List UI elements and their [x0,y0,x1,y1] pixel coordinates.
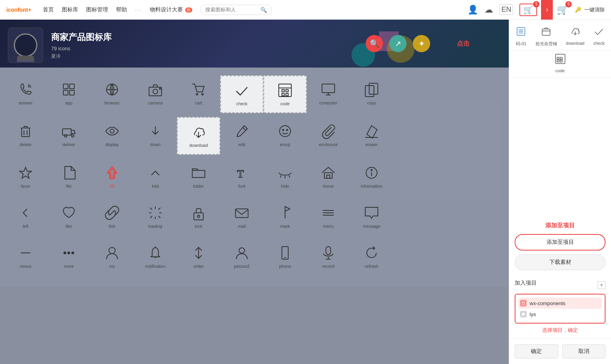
icon-fill[interactable]: fill [90,159,134,195]
icon-my[interactable]: my [90,239,134,275]
add-to-project-button[interactable]: 添加至项目 [515,234,605,251]
nav-icon-manage[interactable]: 图标管理 [86,6,108,13]
svg-point-67 [109,247,115,254]
svg-point-34 [283,130,284,131]
icon-refresh-label: refresh [365,264,378,269]
icon-app[interactable]: app [47,75,90,113]
icon-check[interactable]: check [220,75,263,113]
nav-more-dots[interactable]: ··· [135,7,142,13]
svg-rect-84 [560,60,562,62]
expand-cart-arrow[interactable]: › [541,0,553,20]
search-input[interactable] [205,7,260,13]
icon-copy[interactable]: copy [350,75,393,113]
nav-material-contest[interactable]: 物料设计大赛 热 [150,6,192,13]
header-search-btn[interactable]: 🔍 [366,35,383,52]
icon-mark-label: mark [280,224,290,229]
icon-fold[interactable]: fold [134,159,177,195]
sidebar-top-actions: 码-01 拾光杂货铺 download check [509,20,611,50]
icon-lock[interactable]: lock [177,199,220,235]
icon-loading[interactable]: loading [134,199,177,235]
svg-rect-77 [542,29,550,35]
code-sidebar-icon [555,53,566,67]
icon-computer[interactable]: computer [307,75,350,113]
confirm-button[interactable]: 确定 [515,344,558,359]
project-item-wx[interactable]: wx-components [519,298,602,309]
join-project-section: 加入项目 + wx-components lys 选择项目，确定 [509,276,611,338]
icon-more[interactable]: more [47,239,90,275]
icon-information[interactable]: information [350,159,393,195]
sidebar-action-code[interactable]: code [555,53,566,73]
cart-button[interactable]: 🛒 5 [519,4,537,16]
icon-edit[interactable]: edit [220,117,263,155]
icon-deliver[interactable]: deliver [47,117,90,155]
svg-rect-0 [63,84,68,89]
icon-minus[interactable]: minus [4,239,47,275]
icon-left[interactable]: left [4,199,47,235]
svg-rect-26 [63,129,71,135]
svg-line-55 [158,208,160,210]
join-project-title: 加入项目 [515,280,537,287]
icon-delete[interactable]: delete [4,117,47,155]
search-icon[interactable]: 🔍 [260,7,267,13]
add-project-icon[interactable]: + [598,281,605,289]
language-icon[interactable]: EN [499,4,513,15]
project-name-wx: wx-components [530,300,565,306]
icon-like[interactable]: like [47,199,90,235]
icon-refresh[interactable]: refresh [350,239,393,275]
icon-font-label: font [238,184,245,188]
library-author: 夏泽 [51,53,497,60]
icon-camera-label: camera [148,101,163,105]
sidebar-action-pickup[interactable]: 拾光杂货铺 [536,26,557,47]
svg-line-42 [289,175,290,177]
user-icon[interactable]: 👤 [467,5,478,15]
icon-record[interactable]: record [307,239,350,275]
icon-order[interactable]: order [177,239,220,275]
icon-code[interactable]: code [263,75,307,113]
nav-help[interactable]: 帮助 [116,6,127,13]
icon-message[interactable]: message [350,199,393,235]
nav-icon-library[interactable]: 图标库 [62,6,78,13]
icon-camera[interactable]: camera [134,75,177,113]
icon-favor[interactable]: favor [4,159,47,195]
icon-hide[interactable]: hide [263,159,307,195]
icon-browser[interactable]: browser [90,75,134,113]
header-star-btn[interactable]: ✦ [413,35,430,52]
icon-eraser[interactable]: eraser [350,117,393,155]
icon-answer[interactable]: answer [4,75,47,113]
icon-enclosure[interactable]: enclosure [307,117,350,155]
svg-rect-2 [63,90,68,95]
icon-notification[interactable]: notification [134,239,177,275]
icon-file[interactable]: file [47,159,90,195]
icon-down[interactable]: down [134,117,177,155]
icon-fill-label: fill [110,184,114,188]
svg-line-53 [150,208,152,210]
icon-browser-label: browser [104,101,120,105]
icon-menu[interactable]: menu [307,199,350,235]
icon-display[interactable]: display [90,117,134,155]
cart-badge-2: 5 [565,1,572,7]
icon-download[interactable]: download [177,117,220,155]
upload-icon[interactable]: ☁ [484,5,493,15]
sidebar-action-download[interactable]: download [566,26,584,47]
icon-hide-label: hide [281,184,289,188]
nav-home[interactable]: 首页 [43,6,54,13]
svg01-label: 码-01 [516,41,526,47]
icon-folder[interactable]: folder [177,159,220,195]
icon-mark[interactable]: mark [263,199,307,235]
icon-home[interactable]: home [307,159,350,195]
icon-favor-label: favor [21,184,30,188]
sidebar-action-svg01[interactable]: 码-01 [515,26,526,47]
sidebar-action-check[interactable]: check [593,26,605,47]
icon-person2[interactable]: person2 [220,239,263,275]
icon-link[interactable]: link [90,199,134,235]
icon-font[interactable]: T font [220,159,263,195]
icon-mail[interactable]: mail [220,199,263,235]
icon-emoji[interactable]: emoji [263,117,307,155]
icon-phone[interactable]: phone [263,239,307,275]
project-item-lys[interactable]: lys [519,309,602,320]
icon-cart[interactable]: cart [177,75,220,113]
one-key-clear-btn[interactable]: 🔑 一键清除 [575,6,605,13]
download-material-button[interactable]: 下载素材 [515,254,605,270]
header-share-btn[interactable]: ↗ [389,35,407,52]
cancel-button[interactable]: 取消 [562,344,606,359]
